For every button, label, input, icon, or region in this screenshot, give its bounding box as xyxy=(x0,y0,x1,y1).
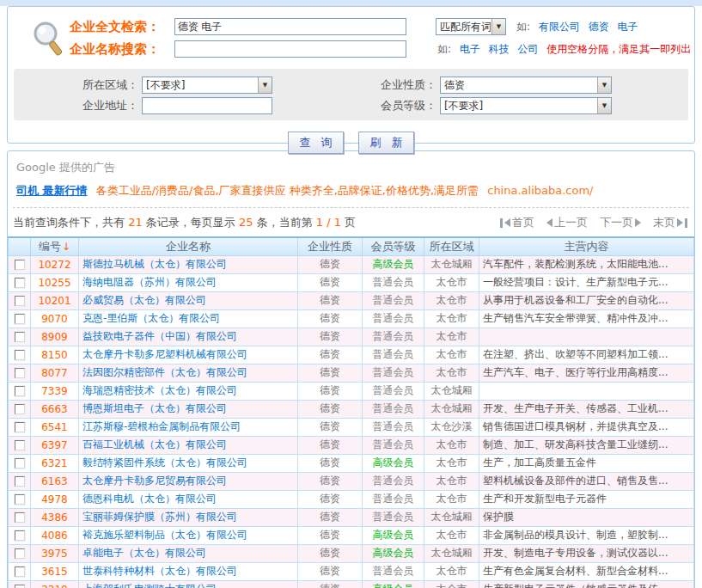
company-nature: 德资 xyxy=(298,472,363,490)
content-column-header[interactable]: 主营内容 xyxy=(479,237,694,255)
company-content: 汽车配件，装配检测系统，太阳能电池... xyxy=(479,255,694,273)
ad-url-link[interactable]: china.alibaba.com/ xyxy=(487,184,593,197)
dropdown-arrow-icon[interactable]: ▼ xyxy=(597,98,611,113)
company-link[interactable]: 海纳电阻器（苏州）有限公司 xyxy=(82,276,217,288)
row-checkbox[interactable] xyxy=(15,567,25,577)
row-checkbox[interactable] xyxy=(15,422,25,432)
company-nature: 德资 xyxy=(298,309,363,328)
company-content: 生产有色金属复合材料、新型合金材料... xyxy=(479,562,694,580)
nature-value: 德资 xyxy=(441,78,468,93)
member-level: 普通会员 xyxy=(373,565,414,577)
row-checkbox[interactable] xyxy=(15,332,25,342)
company-link[interactable]: 博恩斯坦电子（太仓）有限公司 xyxy=(82,402,227,414)
row-checkbox[interactable] xyxy=(15,512,25,523)
magnifier-icon xyxy=(30,21,66,60)
match-mode-select[interactable]: 匹配所有词 ▼ xyxy=(436,18,506,35)
nature-column-header[interactable]: 企业性质 xyxy=(298,237,363,255)
company-link[interactable]: 必威贸易（太仓）有限公司 xyxy=(82,294,206,306)
action-button-row: 查 询 刷 新 xyxy=(8,132,694,154)
row-checkbox[interactable] xyxy=(15,386,25,396)
row-checkbox[interactable] xyxy=(15,368,25,378)
name-column-header[interactable]: 企业名称 xyxy=(79,237,298,255)
company-content: 制造、加工、研发高科技含量工业缝纫... xyxy=(479,436,694,454)
member-level: 普通会员 xyxy=(373,312,414,324)
dropdown-arrow-icon[interactable]: ▼ xyxy=(491,19,505,34)
row-checkbox[interactable] xyxy=(15,494,25,505)
company-link[interactable]: 德恩科电机（太仓）有限公司 xyxy=(82,493,217,505)
row-checkbox[interactable] xyxy=(15,548,25,559)
row-checkbox[interactable] xyxy=(15,278,25,288)
prev-page-button[interactable]: 上一页 xyxy=(546,215,588,230)
fulltext-search-input[interactable] xyxy=(174,18,406,35)
next-page-button[interactable]: 下一页 xyxy=(600,215,641,230)
company-link[interactable]: 斯德拉马机械（太仓）有限公司 xyxy=(82,258,227,270)
query-button[interactable]: 查 询 xyxy=(288,132,343,154)
company-id: 9070 xyxy=(31,309,79,328)
row-checkbox[interactable] xyxy=(15,314,25,324)
first-page-button[interactable]: 首页 xyxy=(500,215,534,230)
example-link[interactable]: 科技 xyxy=(489,43,510,55)
row-checkbox[interactable] xyxy=(15,404,25,414)
filter-box: 所在区域： [不要求] ▼ 企业性质： 德资 ▼ 企业地址： 会员等级： xyxy=(14,69,688,120)
company-link[interactable]: 法因图尔精密部件（太仓）有限公司 xyxy=(82,366,247,378)
region-select[interactable]: [不要求] ▼ xyxy=(142,77,272,94)
company-content xyxy=(479,328,694,346)
dropdown-arrow-icon[interactable]: ▼ xyxy=(258,77,272,93)
company-region: 太仓市 xyxy=(424,273,479,291)
company-link[interactable]: 上海贺利氏电测骑士有限公司 xyxy=(82,583,217,588)
member-level: 普通会员 xyxy=(373,438,414,450)
member-level-label: 会员等级： xyxy=(381,98,436,113)
name-search-input[interactable] xyxy=(174,40,406,58)
example-link[interactable]: 德资 xyxy=(589,21,609,33)
company-nature: 德资 xyxy=(298,544,363,562)
example-link[interactable]: 电子 xyxy=(618,21,638,33)
table-row: 6163 太仓摩丹卡勒多尼贸易有限公司 德资 普通会员 太仓市 塑料机械设备及部… xyxy=(9,472,694,490)
company-id: 6541 xyxy=(31,418,79,436)
company-link[interactable]: 太仓摩丹卡勒多尼塑料机械有限公司 xyxy=(82,348,247,360)
row-checkbox[interactable] xyxy=(15,440,25,450)
company-nature: 德资 xyxy=(298,454,363,472)
member-level: 高级会员 xyxy=(373,547,414,559)
refresh-button[interactable]: 刷 新 xyxy=(358,132,413,154)
example-link[interactable]: 有限公司 xyxy=(539,21,580,33)
member-level-select[interactable]: [不要求] ▼ xyxy=(440,97,612,114)
company-link[interactable]: 百福工业机械（太仓）有限公司 xyxy=(82,438,227,450)
id-column-header[interactable]: 编号↓ xyxy=(31,237,79,255)
table-row: 10272 斯德拉马机械（太仓）有限公司 德资 高级会员 太仓城厢 汽车配件，装… xyxy=(9,255,694,273)
level-column-header[interactable]: 会员等级 xyxy=(363,237,424,255)
company-link[interactable]: 世泰科特种材料（太仓）有限公司 xyxy=(82,565,237,577)
company-link[interactable]: 毅结特紧固件系统（太仓）有限公司 xyxy=(82,456,247,469)
example-link[interactable]: 公司 xyxy=(518,43,539,55)
company-region: 太仓市 xyxy=(424,490,479,508)
row-checkbox[interactable] xyxy=(15,458,25,469)
name-hint: 如: 电子 科技 公司 使用空格分隔，满足其一即列出 xyxy=(437,42,691,57)
company-content: 生产销售汽车安全带弹簧、精冲件及冲... xyxy=(479,309,694,328)
table-row: 6321 毅结特紧固件系统（太仓）有限公司 德资 高级会员 太仓市 生产，加工高… xyxy=(9,454,694,472)
region-column-header[interactable]: 所在区域 xyxy=(424,237,479,255)
member-level: 普通会员 xyxy=(373,511,414,523)
company-nature: 德资 xyxy=(298,364,363,382)
example-link[interactable]: 电子 xyxy=(460,43,480,55)
nature-select[interactable]: 德资 ▼ xyxy=(440,77,612,94)
row-checkbox[interactable] xyxy=(15,585,25,588)
row-checkbox[interactable] xyxy=(15,260,25,270)
row-checkbox[interactable] xyxy=(15,530,25,541)
row-checkbox[interactable] xyxy=(15,296,25,306)
row-checkbox[interactable] xyxy=(15,476,25,487)
company-link[interactable]: 宝丽菲姆保护膜（苏州）有限公司 xyxy=(82,511,237,523)
company-link[interactable]: 裕克施乐塑料制品（太仓）有限公司 xyxy=(82,529,247,541)
company-region: 太仓市 xyxy=(424,436,479,454)
company-link[interactable]: 益技欧电子器件（中国）有限公司 xyxy=(82,330,237,342)
company-link[interactable]: 克恩-里伯斯（太仓）有限公司 xyxy=(82,312,220,324)
last-page-button[interactable]: 末页 xyxy=(653,215,687,230)
company-link[interactable]: 海瑞恩精密技术（太仓）有限公司 xyxy=(82,384,237,396)
address-input[interactable] xyxy=(142,97,272,114)
member-level: 普通会员 xyxy=(373,348,414,360)
company-link[interactable]: 太仓摩丹卡勒多尼贸易有限公司 xyxy=(82,475,227,487)
first-page-icon xyxy=(500,218,503,228)
company-link[interactable]: 卓能电子（太仓）有限公司 xyxy=(82,547,206,559)
row-checkbox[interactable] xyxy=(15,350,25,360)
dropdown-arrow-icon[interactable]: ▼ xyxy=(597,77,611,93)
ad-link[interactable]: 司机 最新行情 xyxy=(16,184,88,197)
company-link[interactable]: 江苏斯穆-碧根柏金属制品有限公司 xyxy=(82,420,241,432)
